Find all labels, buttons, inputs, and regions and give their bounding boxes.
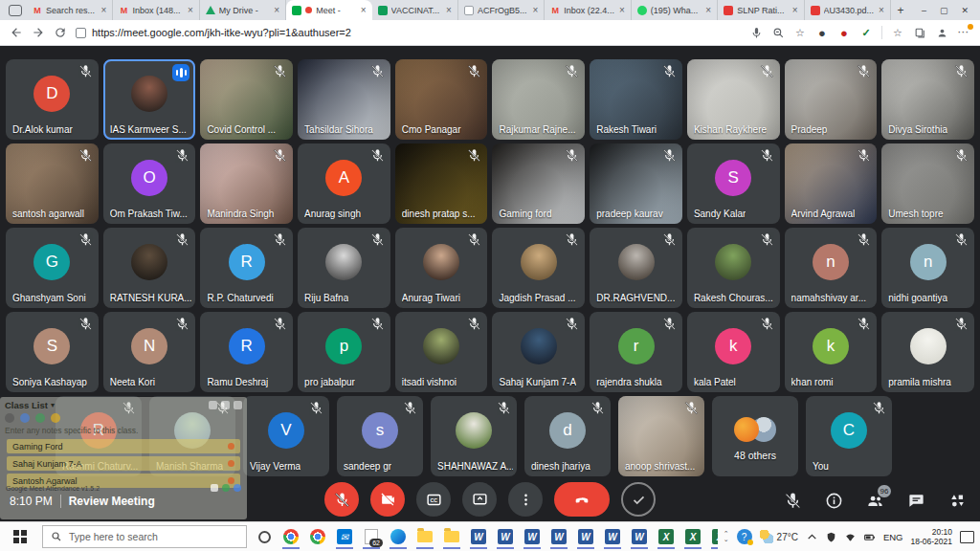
browser-tab[interactable]: SLNP Rati...×	[718, 0, 804, 20]
participant-tile[interactable]: IAS Karmveer S...	[103, 59, 196, 140]
collections-icon[interactable]	[913, 26, 926, 39]
browser-tab[interactable]: VACCINAT...×	[372, 0, 458, 20]
browser-tab[interactable]: ACFrOgB5...×	[458, 0, 545, 20]
ext-check-icon[interactable]: ✓	[859, 26, 873, 39]
participant-tile[interactable]: 48 others	[712, 396, 798, 476]
participant-tile[interactable]: SSoniya Kashayap	[6, 312, 99, 392]
participant-tile[interactable]: Umesh topre	[881, 143, 974, 224]
word-taskbar-button[interactable]: W	[494, 524, 517, 549]
participant-tile[interactable]: Arvind Agrawal	[785, 143, 878, 224]
forward-button[interactable]	[32, 26, 45, 39]
class-list-item[interactable]: Gaming Ford	[7, 439, 240, 453]
tab-close-icon[interactable]: ×	[274, 5, 279, 15]
browser-tab[interactable]: MSearch res...×	[27, 0, 113, 20]
doc-taskbar-button[interactable]: 62	[360, 524, 383, 549]
class-list-item[interactable]: Sahaj Kunjam 7-A	[7, 456, 240, 471]
participant-tile[interactable]: Sahaj Kunjam 7-A	[492, 312, 585, 392]
participant-tile[interactable]: Kishan Raykhere	[687, 59, 780, 140]
participant-tile[interactable]: kkala Patel	[687, 312, 780, 392]
lock-icon[interactable]	[76, 28, 86, 38]
participant-tile[interactable]: AAnurag singh	[298, 143, 390, 224]
participant-tile[interactable]: RRamu Deshraj	[200, 312, 293, 392]
folder-taskbar-button[interactable]	[413, 524, 436, 549]
notes-field[interactable]: Enter any notes specific to this class.	[5, 426, 242, 435]
participant-tile[interactable]: SHAHNAWAZ A...	[431, 396, 517, 476]
participant-tile[interactable]: ddinesh jhariya	[524, 396, 611, 476]
favorites-icon[interactable]: ☆	[891, 26, 904, 39]
more-button[interactable]	[508, 482, 543, 517]
browser-tab[interactable]: Meet -×	[286, 0, 371, 20]
edge-taskbar-button[interactable]	[387, 524, 410, 549]
participant-tile[interactable]: OOm Prakash Tiw...	[103, 143, 196, 224]
participant-tile[interactable]: pradeep kaurav	[590, 143, 682, 224]
participant-tile[interactable]: ppro jabalpur	[298, 312, 390, 392]
taskbar-search-input[interactable]: Type here to search	[42, 525, 247, 548]
word-taskbar-button[interactable]: W	[521, 524, 544, 549]
info-icon[interactable]	[825, 492, 843, 510]
url-box[interactable]: https://meet.google.com/jkh-itke-wyu?pli…	[76, 27, 741, 38]
participant-tile[interactable]: rrajendra shukla	[590, 312, 682, 392]
present-button[interactable]	[462, 482, 497, 517]
action-center-icon[interactable]	[960, 531, 974, 543]
participant-tile[interactable]: Tahsildar Sihora	[298, 59, 390, 140]
tab-close-icon[interactable]: ×	[705, 5, 711, 15]
help-icon[interactable]: ?	[737, 529, 752, 544]
participant-tile[interactable]: Riju Bafna	[298, 228, 390, 308]
shield-icon[interactable]	[825, 531, 837, 543]
participant-tile[interactable]: anoop shrivast...	[618, 396, 704, 476]
chrome-taskbar-button[interactable]	[279, 524, 302, 549]
back-button[interactable]	[10, 26, 23, 39]
tab-close-icon[interactable]: ×	[446, 5, 452, 15]
chevron-down-icon[interactable]: ▾	[51, 401, 55, 409]
word-taskbar-button[interactable]: W	[628, 524, 651, 549]
window-scroll-chevrons[interactable]: ⌃⌄	[724, 531, 729, 542]
word-taskbar-button[interactable]: W	[467, 524, 490, 549]
battery-icon[interactable]	[863, 531, 876, 543]
participant-tile[interactable]: ssandeep gr	[337, 396, 423, 476]
participant-tile[interactable]: DDr.Alok kumar	[6, 59, 99, 140]
browser-tab[interactable]: MInbox (148...×	[113, 0, 199, 20]
profile-icon[interactable]	[935, 26, 948, 39]
maximize-button[interactable]: ▢	[940, 6, 948, 15]
participant-tile[interactable]: DR.RAGHVEND...	[590, 228, 682, 308]
mic-icon[interactable]	[749, 26, 763, 39]
language-indicator[interactable]: ENG	[883, 532, 903, 542]
tab-close-icon[interactable]: ×	[101, 5, 107, 15]
activities-icon[interactable]	[948, 492, 967, 510]
participant-tile[interactable]: SSandy Kalar	[687, 143, 780, 224]
chrome-taskbar-button[interactable]	[306, 524, 329, 549]
camera-off-button[interactable]	[370, 482, 405, 517]
menu-icon[interactable]: ···	[957, 26, 970, 39]
participant-tile[interactable]: CYou	[806, 396, 892, 476]
check-button[interactable]	[621, 482, 656, 517]
participant-tile[interactable]: kkhan romi	[785, 312, 878, 392]
participant-tile[interactable]: Anurag Tiwari	[395, 228, 488, 308]
close-button[interactable]: ✕	[961, 6, 969, 15]
wifi-icon[interactable]	[844, 531, 857, 543]
browser-tab[interactable]: My Drive -×	[200, 0, 286, 20]
captions-button[interactable]: CC	[416, 482, 451, 517]
ext-dark-icon[interactable]: ●	[815, 26, 829, 39]
word-taskbar-button[interactable]: W	[547, 524, 570, 549]
participant-tile[interactable]: GGhanshyam Soni	[6, 228, 99, 308]
taskbar-clock[interactable]: 20:10 18-06-2021	[911, 527, 952, 546]
people-icon[interactable]: 96	[866, 492, 884, 510]
participant-tile[interactable]: Pradeep	[785, 59, 878, 140]
panel-buttons[interactable]	[209, 401, 242, 409]
word-taskbar-button[interactable]: W	[574, 524, 597, 549]
tray-expand-icon[interactable]	[806, 531, 818, 543]
attendance-toolbar[interactable]	[5, 413, 242, 423]
start-button[interactable]	[4, 522, 36, 551]
tab-close-icon[interactable]: ×	[879, 5, 884, 15]
participant-tile[interactable]: nnamahshivay ar...	[785, 228, 878, 308]
zoom-icon[interactable]	[771, 26, 785, 39]
mail-taskbar-button[interactable]: ✉	[333, 524, 356, 549]
participant-tile[interactable]: pramila mishra	[881, 312, 974, 392]
participant-tile[interactable]: Jagdish Prasad ...	[492, 228, 585, 308]
minimize-button[interactable]: –	[922, 6, 926, 15]
participant-tile[interactable]: Covid Control ...	[200, 59, 293, 140]
mic-off-icon[interactable]	[784, 492, 802, 510]
participant-tile[interactable]: dinesh pratap s...	[395, 143, 488, 224]
tab-close-icon[interactable]: ×	[619, 5, 625, 15]
participant-tile[interactable]: RR.P. Chaturvedi	[200, 228, 293, 308]
